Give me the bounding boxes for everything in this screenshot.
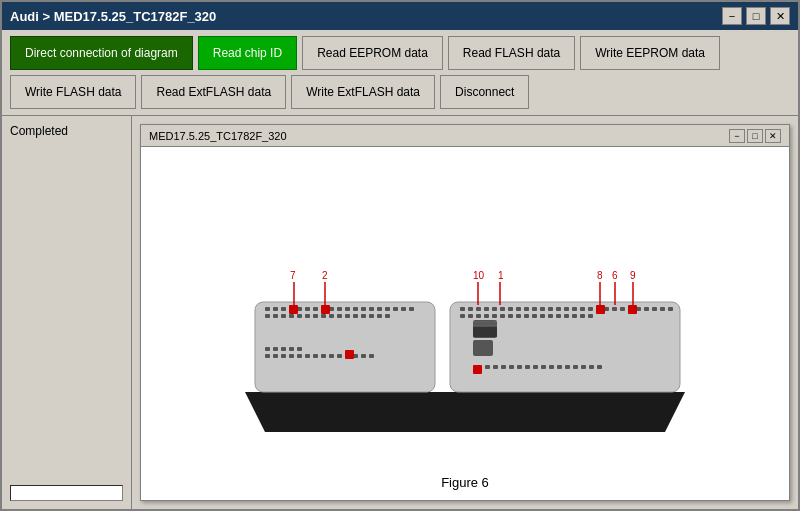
diagram-area: 7 2 10 1 8 <box>141 147 789 500</box>
svg-rect-29 <box>329 314 334 318</box>
svg-text:9: 9 <box>630 270 636 281</box>
inner-minimize-button[interactable]: − <box>729 129 745 143</box>
svg-rect-105 <box>628 305 637 314</box>
svg-rect-113 <box>493 365 498 369</box>
svg-rect-42 <box>289 347 294 351</box>
svg-rect-89 <box>476 314 481 318</box>
svg-rect-114 <box>501 365 506 369</box>
title-bar: Audi > MED17.5.25_TC1782F_320 − □ ✕ <box>2 2 798 30</box>
svg-rect-22 <box>273 314 278 318</box>
svg-rect-4 <box>281 307 286 311</box>
direct-connection-button[interactable]: Direct connection of diagram <box>10 36 193 70</box>
svg-rect-40 <box>273 347 278 351</box>
write-extflash-button[interactable]: Write ExtFLASH data <box>291 75 435 109</box>
inner-close-button[interactable]: ✕ <box>765 129 781 143</box>
svg-rect-37 <box>289 305 298 314</box>
svg-rect-125 <box>589 365 594 369</box>
svg-rect-93 <box>508 314 513 318</box>
svg-rect-48 <box>297 354 302 358</box>
svg-text:10: 10 <box>473 270 485 281</box>
svg-rect-101 <box>572 314 577 318</box>
diagram-svg-container: 7 2 10 1 8 <box>151 157 779 467</box>
svg-rect-8 <box>313 307 318 311</box>
svg-rect-66 <box>508 307 513 311</box>
svg-rect-33 <box>361 314 366 318</box>
svg-rect-32 <box>353 314 358 318</box>
disconnect-button[interactable]: Disconnect <box>440 75 529 109</box>
toolbar: Direct connection of diagram Read chip I… <box>2 30 798 116</box>
svg-rect-18 <box>393 307 398 311</box>
svg-rect-86 <box>668 307 673 311</box>
status-label: Completed <box>10 124 123 138</box>
svg-rect-111 <box>473 365 482 374</box>
inner-window: MED17.5.25_TC1782F_320 − □ ✕ <box>140 124 790 501</box>
svg-rect-85 <box>660 307 665 311</box>
svg-rect-102 <box>580 314 585 318</box>
svg-rect-2 <box>265 307 270 311</box>
read-flash-button[interactable]: Read FLASH data <box>448 36 575 70</box>
svg-rect-28 <box>321 314 326 318</box>
svg-rect-50 <box>313 354 318 358</box>
svg-rect-122 <box>565 365 570 369</box>
svg-rect-15 <box>369 307 374 311</box>
left-panel: Completed <box>2 116 132 509</box>
figure-caption: Figure 6 <box>441 475 489 490</box>
svg-text:8: 8 <box>597 270 603 281</box>
svg-rect-120 <box>549 365 554 369</box>
svg-rect-31 <box>345 314 350 318</box>
svg-rect-30 <box>337 314 342 318</box>
svg-rect-41 <box>281 347 286 351</box>
svg-rect-21 <box>265 314 270 318</box>
svg-rect-43 <box>297 347 302 351</box>
svg-rect-16 <box>377 307 382 311</box>
svg-rect-88 <box>468 314 473 318</box>
svg-rect-12 <box>345 307 350 311</box>
svg-rect-56 <box>361 354 366 358</box>
read-eeprom-button[interactable]: Read EEPROM data <box>302 36 443 70</box>
minimize-button[interactable]: − <box>722 7 742 25</box>
svg-rect-36 <box>385 314 390 318</box>
svg-rect-70 <box>540 307 545 311</box>
svg-rect-65 <box>500 307 505 311</box>
read-extflash-button[interactable]: Read ExtFLASH data <box>141 75 286 109</box>
inner-maximize-button[interactable]: □ <box>747 129 763 143</box>
svg-text:2: 2 <box>322 270 328 281</box>
svg-rect-60 <box>460 307 465 311</box>
svg-rect-72 <box>556 307 561 311</box>
svg-rect-38 <box>321 305 330 314</box>
svg-rect-23 <box>281 314 286 318</box>
write-eeprom-button[interactable]: Write EEPROM data <box>580 36 720 70</box>
svg-rect-80 <box>620 307 625 311</box>
svg-rect-115 <box>509 365 514 369</box>
svg-rect-112 <box>485 365 490 369</box>
svg-rect-91 <box>492 314 497 318</box>
progress-bar <box>10 485 123 501</box>
svg-rect-76 <box>588 307 593 311</box>
svg-rect-14 <box>361 307 366 311</box>
write-flash-button[interactable]: Write FLASH data <box>10 75 136 109</box>
svg-rect-79 <box>612 307 617 311</box>
svg-rect-52 <box>329 354 334 358</box>
connection-diagram: 7 2 10 1 8 <box>215 172 715 452</box>
read-chip-id-button[interactable]: Read chip ID <box>198 36 297 70</box>
svg-text:7: 7 <box>290 270 296 281</box>
svg-rect-90 <box>484 314 489 318</box>
svg-rect-17 <box>385 307 390 311</box>
svg-rect-87 <box>460 314 465 318</box>
svg-rect-69 <box>532 307 537 311</box>
svg-rect-107 <box>473 327 497 337</box>
toolbar-row-2: Write FLASH data Read ExtFLASH data Writ… <box>10 75 790 109</box>
maximize-button[interactable]: □ <box>746 7 766 25</box>
svg-rect-74 <box>572 307 577 311</box>
close-button[interactable]: ✕ <box>770 7 790 25</box>
svg-rect-71 <box>548 307 553 311</box>
svg-rect-53 <box>337 354 342 358</box>
svg-marker-0 <box>245 392 685 432</box>
svg-rect-75 <box>580 307 585 311</box>
svg-rect-123 <box>573 365 578 369</box>
svg-rect-39 <box>265 347 270 351</box>
svg-rect-92 <box>500 314 505 318</box>
svg-rect-62 <box>476 307 481 311</box>
svg-rect-110 <box>473 340 493 356</box>
svg-rect-35 <box>377 314 382 318</box>
